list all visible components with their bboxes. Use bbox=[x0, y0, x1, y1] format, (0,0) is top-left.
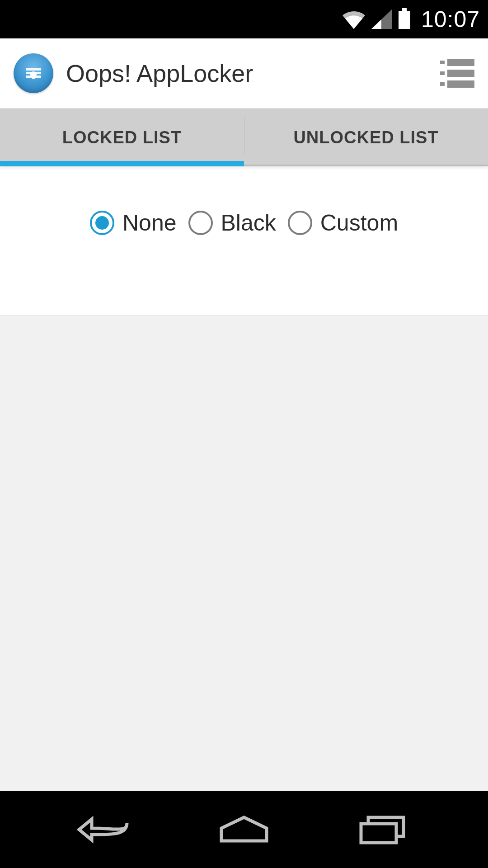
svg-rect-4 bbox=[26, 68, 41, 71]
back-button[interactable] bbox=[71, 807, 139, 852]
radio-option-none[interactable]: None bbox=[90, 210, 177, 236]
radio-group: None Black Custom bbox=[90, 210, 398, 236]
tab-label: UNLOCKED LIST bbox=[293, 128, 438, 147]
radio-button-icon bbox=[90, 211, 114, 235]
status-clock: 10:07 bbox=[421, 6, 480, 33]
radio-option-custom[interactable]: Custom bbox=[288, 210, 398, 236]
content-area: None Black Custom bbox=[0, 166, 488, 791]
tab-unlocked-list[interactable]: UNLOCKED LIST bbox=[244, 108, 488, 166]
app-title: Oops! AppLocker bbox=[66, 59, 253, 87]
empty-list-area bbox=[0, 316, 488, 791]
recents-button[interactable] bbox=[349, 807, 417, 852]
status-icons bbox=[342, 8, 411, 31]
svg-rect-8 bbox=[32, 75, 35, 79]
tab-bar: LOCKED LIST UNLOCKED LIST bbox=[0, 108, 488, 166]
signal-icon bbox=[371, 9, 392, 31]
tab-inactive-underline bbox=[244, 165, 488, 166]
tab-label: LOCKED LIST bbox=[62, 128, 182, 147]
navigation-bar bbox=[0, 791, 488, 868]
svg-rect-9 bbox=[361, 824, 396, 843]
status-bar: 10:07 bbox=[0, 0, 488, 38]
svg-rect-3 bbox=[399, 11, 410, 29]
home-button[interactable] bbox=[210, 807, 278, 852]
list-menu-button[interactable] bbox=[440, 59, 474, 88]
radio-label: None bbox=[122, 210, 177, 236]
radio-option-black[interactable]: Black bbox=[188, 210, 276, 236]
wifi-icon bbox=[342, 9, 366, 31]
radio-label: Custom bbox=[320, 210, 398, 236]
svg-marker-0 bbox=[371, 9, 392, 29]
screen: 10:07 Oops! AppLocker LOCKED LIST UNLOC bbox=[0, 0, 488, 868]
tab-locked-list[interactable]: LOCKED LIST bbox=[0, 108, 244, 166]
radio-button-icon bbox=[288, 211, 312, 235]
app-bar: Oops! AppLocker bbox=[0, 38, 488, 108]
svg-rect-2 bbox=[402, 8, 407, 11]
radio-label: Black bbox=[221, 210, 276, 236]
background-option-section: None Black Custom bbox=[0, 166, 488, 316]
app-icon bbox=[14, 53, 53, 93]
battery-icon bbox=[398, 8, 411, 31]
radio-button-icon bbox=[188, 211, 213, 235]
